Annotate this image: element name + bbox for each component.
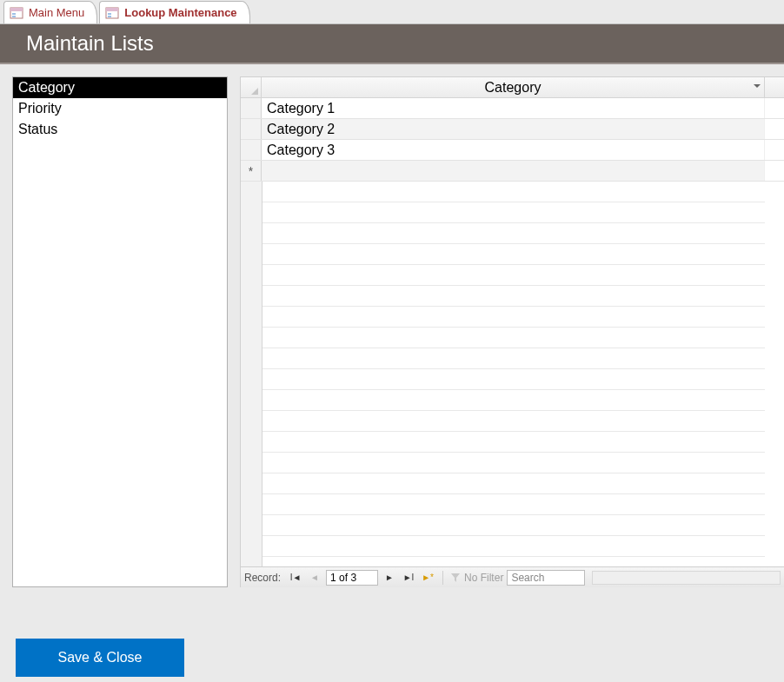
select-all-corner[interactable] bbox=[241, 77, 262, 97]
tab-lookup-maintenance[interactable]: Lookup Maintenance bbox=[99, 1, 249, 23]
filter-indicator[interactable]: No Filter bbox=[450, 572, 503, 584]
next-record-button[interactable]: ► bbox=[382, 570, 397, 586]
cell-category[interactable]: Category 2 bbox=[262, 119, 765, 139]
record-label: Record: bbox=[244, 572, 281, 584]
table-row[interactable]: Category 3 bbox=[241, 140, 784, 161]
cell-category[interactable]: Category 1 bbox=[262, 98, 765, 118]
svg-rect-7 bbox=[108, 16, 111, 17]
filter-label: No Filter bbox=[464, 572, 503, 584]
chevron-down-icon[interactable] bbox=[754, 84, 761, 88]
grid-body: Category 1 Category 2 Category 3 * bbox=[241, 98, 784, 566]
save-and-close-button[interactable]: Save & Close bbox=[16, 639, 184, 677]
record-navigation-bar: Record: I◄ ◄ ► ►I ►* No Filter bbox=[241, 566, 784, 587]
content-area: Category Priority Status Category Catego… bbox=[0, 64, 784, 587]
svg-rect-2 bbox=[12, 13, 16, 15]
new-record-button[interactable]: ►* bbox=[420, 570, 435, 586]
row-selector[interactable] bbox=[241, 119, 262, 139]
record-position-input[interactable] bbox=[326, 570, 378, 586]
table-row[interactable]: Category 2 bbox=[241, 119, 784, 140]
list-item-category[interactable]: Category bbox=[13, 77, 227, 98]
row-selector[interactable] bbox=[241, 140, 262, 160]
tab-label: Lookup Maintenance bbox=[124, 6, 236, 19]
list-item-status[interactable]: Status bbox=[13, 119, 227, 140]
svg-rect-1 bbox=[10, 8, 23, 11]
table-row[interactable]: Category 1 bbox=[241, 98, 784, 119]
cell-category[interactable] bbox=[262, 161, 765, 181]
list-item-label: Category bbox=[18, 80, 75, 95]
button-label: Save & Close bbox=[58, 650, 143, 665]
separator bbox=[442, 571, 443, 585]
datasheet-panel: Category Category 1 Category 2 Category … bbox=[240, 76, 784, 587]
column-header-label: Category bbox=[485, 80, 541, 95]
empty-grid-area bbox=[241, 182, 765, 566]
cell-category[interactable]: Category 3 bbox=[262, 140, 765, 160]
column-header-category[interactable]: Category bbox=[262, 77, 765, 97]
search-input[interactable] bbox=[507, 570, 585, 586]
tab-main-menu[interactable]: Main Menu bbox=[3, 1, 97, 23]
tab-bar: Main Menu Lookup Maintenance bbox=[0, 0, 784, 24]
previous-record-button[interactable]: ◄ bbox=[307, 570, 322, 586]
list-panel: Category Priority Status bbox=[12, 76, 228, 587]
page-header: Maintain Lists bbox=[0, 24, 784, 64]
svg-rect-3 bbox=[12, 16, 16, 17]
tab-label: Main Menu bbox=[29, 6, 84, 19]
new-record-row[interactable]: * bbox=[241, 161, 784, 182]
new-record-marker: * bbox=[241, 161, 262, 181]
list-item-priority[interactable]: Priority bbox=[13, 98, 227, 119]
last-record-button[interactable]: ►I bbox=[401, 570, 416, 586]
row-selector[interactable] bbox=[241, 98, 262, 118]
svg-rect-6 bbox=[108, 13, 111, 15]
grid-header-row: Category bbox=[241, 77, 784, 98]
form-icon bbox=[10, 6, 23, 20]
form-icon bbox=[105, 6, 119, 20]
horizontal-scrollbar[interactable] bbox=[592, 571, 781, 585]
first-record-button[interactable]: I◄ bbox=[288, 570, 303, 586]
list-item-label: Priority bbox=[18, 101, 62, 116]
page-title: Maintain Lists bbox=[26, 31, 154, 56]
list-item-label: Status bbox=[18, 122, 57, 136]
funnel-icon bbox=[450, 573, 461, 583]
svg-rect-5 bbox=[106, 8, 118, 11]
